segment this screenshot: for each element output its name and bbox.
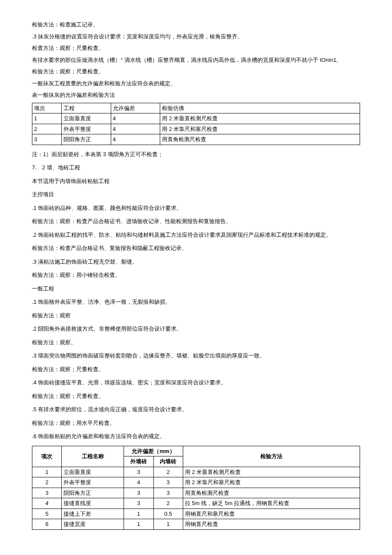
table-cell: 3 [124,488,153,498]
sub-heading: 主控项目 [32,190,360,199]
table-cell: 接缝上下差 [62,509,124,519]
table-cell: 立面垂直度 [62,467,124,477]
table-cell: 接缝宽度 [62,519,124,530]
table-cell: 拉 5m 线，缺乏 5m 拉通线，用钢直尺检查 [183,498,360,509]
table-cell: 用直角检测尺检查 [160,134,360,145]
paragraph: 检验方法：观察；尺量检查。 [32,365,360,374]
paragraph: 表一般抹灰的允许偏差和检验方法 [32,91,360,99]
table-note: 注：1）面层贴瓷砖，本表第 3 项阴角方正可不检查； [32,150,360,159]
section-heading: 7. 2 墙、地砖工程 [32,163,360,172]
table-cell: 1 [153,519,183,530]
table-cell: 4 [124,477,153,488]
table-cell: 3 [153,477,183,488]
table-cell: 4 [111,113,160,124]
table-cell: 4 [111,124,160,134]
table-cell: 6 [32,519,62,530]
table-cell: 2 [153,498,183,509]
paragraph: .4 饰面砖接缝应平直、光滑，填嵌应连续、密实；宽度和深度应符合设计要求。 [32,378,360,387]
table-cell: 2 [32,124,62,134]
paragraph: .1 饰面格外表应平整、洁净、色泽一致，无裂痕和缺损。 [32,298,360,306]
table-cell: 3 [32,488,62,498]
table-cell: 0.5 [153,509,183,519]
paragraph: 本节适用于内墙饰面砖粘贴工程 [32,177,360,186]
table-cell: 5 [32,509,62,519]
table-cell: 1 [124,509,153,519]
paragraph: 检验方法：观察；尺量检查。 [32,67,360,76]
table-header-cell: 内墙砖 [153,456,183,467]
table-header-cell: 允许偏差（mm） [124,446,183,456]
table-cell: 1 [124,519,153,530]
table-cell: 用 2 米垂直检测尺检查 [183,467,360,477]
table-row: 项次 工程 允许偏差 检验仿佛 [32,103,360,113]
sub-heading: 一般工程 [32,285,360,293]
table-cell: 3 [124,498,153,509]
table-cell: 接缝直线度 [62,498,124,509]
table-cell: 立面垂直度 [62,113,111,124]
paragraph: 检验方法：观察。 [32,338,360,347]
tolerance-table-2: 项次 工程名称 允许偏差（mm） 检验方法 外墙砖 内墙砖 1立面垂直度32用 … [32,446,360,530]
table-cell: 用 2 米靠尺和塞尺检查 [160,124,360,134]
table-header-cell: 项次 [32,103,62,113]
table-row: 5接缝上下差10.5用钢直尺和塞尺检查 [32,509,360,519]
paragraph: 检验方法：观察；用小锤轻击检查。 [32,271,360,279]
tolerance-table-1: 项次 工程 允许偏差 检验仿佛 1立面垂直度4用 2 米垂直检测尺检查2外表平整… [32,103,360,145]
table-cell: 阴阳角方正 [62,488,124,498]
table-cell: 3 [124,467,153,477]
table-row: 4接缝直线度32拉 5m 线，缺乏 5m 拉通线，用钢直尺检查 [32,498,360,509]
table-row: 项次 工程名称 允许偏差（mm） 检验方法 [32,446,360,456]
table-cell: 用 2 米靠尺和塞尺检查 [183,477,360,488]
table-row: 1立面垂直度4用 2 米垂直检测尺检查 [32,113,360,124]
table-cell: 3 [153,488,183,498]
table-row: 3阴阳角方正4用直角检测尺检查 [32,134,360,145]
paragraph: .5 有排水要求的部位，流水坡向应正确，坡度应符合设计要求。 [32,405,360,414]
table-row: 1立面垂直度32用 2 米垂直检测尺检查 [32,467,360,477]
paragraph: .6 饰面板粘贴的允许偏差和检验方法应符合表的规定。 [32,432,360,441]
table-header-cell: 工程 [62,103,111,113]
table-cell: 用 2 米垂直检测尺检查 [160,113,360,124]
paragraph: .2 饰面砖粘贴工程的找平、防水、粘结和勾缝材料及施工方法应符合设计要求及国家现… [32,231,360,239]
table-cell: 3 [32,134,62,145]
paragraph: 检验方法：观察：检查产品合格证书、进场验收记录、性能检测报告和复验报告。 [32,217,360,226]
paragraph: .1 饰面砖的品种、规格、图案、颜色和性能应符合设计要求。 [32,204,360,212]
table-cell: 用钢直尺和塞尺检查 [183,509,360,519]
table-row: 2外表平整度43用 2 米靠尺和塞尺检查 [32,477,360,488]
paragraph: .2 阴阳角外表搭救接方式、非整稀使用部位应符合设计要求。 [32,325,360,333]
table-header-cell: 检验仿佛 [160,103,360,113]
table-row: 3阴阳角方正33用直角检测尺检查 [32,488,360,498]
table-cell: 4 [111,134,160,145]
paragraph: .3 墙面突出物周围的饰面破应整砖套割吻合，边缘应整齐。墙裙、贴脸空出墙面的厚度… [32,352,360,360]
table-header-cell: 项次 [32,446,62,467]
table-cell: 用钢直尺检查 [183,519,360,530]
paragraph: 一般抹灰工程质量的允许偏差和检验方法应符合表的规定。 [32,79,360,88]
paragraph: 检验方法：检查产品合格证书、复验报告和隐蔽工程验收记录。 [32,244,360,253]
table-row: 2外表平整度4用 2 米靠尺和塞尺检查 [32,124,360,134]
table-cell: 外表平整度 [62,477,124,488]
paragraph: .3 抹灰分格缝的设置应符合设计要求：宽度和深度应均匀，外表应光滑，棱角应整齐。 [32,32,360,41]
table-header-cell: 工程名称 [62,446,124,467]
table-cell: 2 [153,467,183,477]
table-cell: 1 [32,467,62,477]
table-cell: 4 [32,498,62,509]
paragraph: 检查方法：观察；尺量检查。 [32,44,360,52]
paragraph: 有排水要求的部位应做滴水线（槽）° 滴水线（槽）应整齐顺直，滴水线应内高外低，滴… [32,56,360,64]
table-header-cell: 允许偏差 [111,103,160,113]
table-cell: 1 [32,113,62,124]
table-cell: 用直角检测尺检查 [183,488,360,498]
table-header-cell: 外墙砖 [124,456,153,467]
table-cell: 阴阳角方正 [62,134,111,145]
paragraph: 检验方法：检查施工记录。 [32,20,360,29]
table-header-cell: 检验方法 [183,446,360,467]
table-cell: 外表平整度 [62,124,111,134]
table-cell: 2 [32,477,62,488]
paragraph: 检验方法：观察；尺量检查。 [32,392,360,401]
table-row: 6接缝宽度11用钢直尺检查 [32,519,360,530]
paragraph: 检验方法：观察 [32,311,360,320]
paragraph: .3 满粘法施工的饰面砖工程无空鼓、裂缝。 [32,258,360,266]
paragraph: 检验方法：观察；用水平尺检查。 [32,419,360,427]
